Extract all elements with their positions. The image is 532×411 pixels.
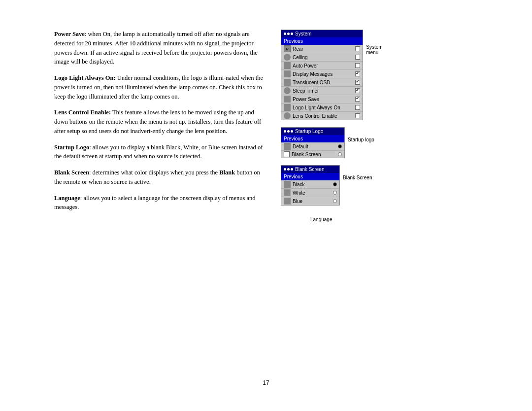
system-menu-item-logo: Logo Light Always On (281, 103, 363, 112)
blank-screen-body: : determines what color displays when yo… (89, 169, 219, 176)
logo-light-paragraph: Logo Light Always On: Under normal condi… (54, 73, 266, 101)
dot3 (291, 33, 293, 35)
powersave-check: ✓ (355, 97, 360, 102)
system-menu-item-autopower: Auto Power (281, 62, 363, 70)
system-menu-item-ceiling: Ceiling (281, 53, 363, 62)
language-title: Language (54, 195, 80, 202)
startup-logo-paragraph: Startup Logo: allows you to display a bl… (54, 143, 266, 162)
ceiling-check (355, 55, 360, 60)
blank-screen-menu-group: Blank Screen Previous Black White (281, 165, 394, 206)
blank-checkbox-startup (284, 151, 290, 157)
auto-power-icon (284, 62, 291, 69)
blank-menu-item-black: Black (281, 180, 339, 189)
sleep-check: ✓ (355, 88, 360, 93)
power-save-body: : when On, the lamp is automatically tur… (54, 31, 258, 65)
system-menu-dots (284, 33, 293, 35)
system-menu-item-lens: Lens Control Enable (281, 112, 363, 120)
dot2 (287, 33, 290, 35)
autopower-check (355, 63, 360, 68)
lens-control-paragraph: Lens Control Enable: This feature allows… (54, 108, 266, 136)
power-save-paragraph: Power Save: when On, the lamp is automat… (54, 30, 266, 67)
startup-menu-previous: Previous (281, 135, 344, 142)
logo-light-title: Logo Light Always On: (54, 74, 116, 81)
displaymsg-check: ✓ (355, 71, 360, 76)
language-caption: Language (310, 217, 332, 222)
blank-screen-bold: Blank (219, 169, 235, 176)
system-menu-item-sleep: Sleep Timer ✓ (281, 87, 363, 95)
startup-menu-group: Startup Logo Previous Default Blank Scre… (281, 127, 394, 158)
blank-screen-menu-label: Blank Screen (343, 165, 372, 180)
startup-menu-title: Startup Logo (295, 129, 323, 134)
blank-menu-item-white: White (281, 189, 339, 197)
startup-menu-screenshot: Startup Logo Previous Default Blank Scre… (281, 127, 345, 158)
system-menu-item-osd: Translucent OSD ✓ (281, 78, 363, 87)
power-save-icon (284, 96, 291, 103)
startup-logo-title: Startup Logo (54, 144, 89, 151)
blank-screen-menu-previous: Previous (281, 173, 339, 180)
system-menu-screenshot: System Previous R Rear Ceiling (281, 30, 363, 120)
language-paragraph: Language: allows you to select a languag… (54, 194, 266, 212)
language-label-area: Language (281, 215, 394, 223)
white-radio (333, 191, 337, 195)
lens-icon (284, 112, 291, 119)
blank-screen-paragraph: Blank Screen: determines what color disp… (54, 168, 266, 187)
default-radio (338, 144, 342, 148)
system-menu-title: System (295, 31, 311, 36)
dot7 (284, 168, 286, 171)
default-icon (284, 143, 291, 150)
logo-check (355, 105, 360, 110)
startup-dots (284, 130, 293, 133)
system-menu-item-rear: R Rear (281, 45, 363, 53)
dot4 (284, 130, 286, 133)
blank-radio (338, 152, 342, 156)
blank-dots (284, 168, 293, 171)
page: Power Save: when On, the lamp is automat… (0, 0, 532, 411)
system-menu-group: System Previous R Rear Ceiling (281, 30, 394, 120)
r-icon: R (284, 45, 291, 52)
dot6 (291, 130, 293, 133)
osd-icon (284, 79, 291, 86)
dot1 (284, 33, 286, 35)
display-icon (284, 70, 291, 77)
blue-radio (333, 199, 337, 203)
sleep-icon (284, 87, 291, 94)
dot8 (287, 168, 290, 171)
dot5 (287, 130, 290, 133)
system-menu-item-powersave: Power Save ✓ (281, 95, 363, 103)
lens-check (355, 113, 360, 118)
lens-control-title: Lens Control Enable: (54, 109, 111, 116)
page-number: 17 (263, 379, 269, 386)
text-column: Power Save: when On, the lamp is automat… (54, 30, 266, 223)
osd-check: ✓ (355, 80, 360, 85)
startup-menu-label: Startup logo (348, 127, 374, 142)
startup-menu-item-default: Default (281, 142, 344, 151)
system-menu-previous: Previous (281, 37, 363, 45)
blank-screen-menu-screenshot: Blank Screen Previous Black White (281, 165, 340, 206)
startup-menu-titlebar: Startup Logo (281, 128, 344, 135)
blank-screen-title: Blank Screen (54, 169, 89, 176)
blank-screen-menu-titlebar: Blank Screen (281, 166, 339, 173)
blue-icon (284, 198, 291, 205)
ceiling-icon (284, 54, 291, 61)
power-save-title: Power Save (54, 31, 85, 37)
dot9 (291, 168, 293, 171)
blank-screen-menu-title: Blank Screen (295, 167, 324, 172)
language-body: : allows you to select a language for th… (54, 195, 256, 211)
right-column: System Previous R Rear Ceiling (281, 30, 394, 223)
system-menu-item-displaymsg: Display Messages ✓ (281, 70, 363, 78)
blank-menu-item-blue: Blue (281, 197, 339, 205)
black-radio (333, 182, 337, 186)
black-icon (284, 181, 291, 188)
startup-menu-item-blank: Blank Screen (281, 151, 344, 158)
system-menu-label: System menu (366, 30, 394, 55)
logo-icon (284, 104, 291, 111)
rear-check (355, 46, 360, 51)
system-menu-titlebar: System (281, 30, 363, 37)
white-icon (284, 189, 291, 196)
